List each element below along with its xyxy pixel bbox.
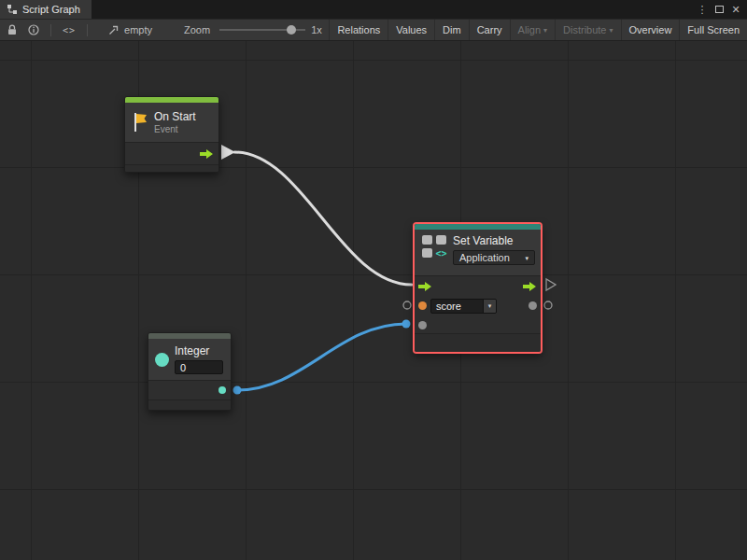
node-on-start[interactable]: On Start Event	[124, 96, 219, 173]
close-icon[interactable]: ✕	[728, 1, 743, 18]
code-icon: <>	[435, 248, 446, 259]
lock-icon[interactable]	[7, 24, 17, 35]
values-button[interactable]: Values	[388, 20, 434, 40]
node-footer	[125, 165, 218, 172]
maximize-icon[interactable]	[712, 1, 726, 18]
graph-toolbar: <> empty Zoom 1x Relations Values Dim Ca…	[0, 19, 747, 41]
unity-script-graph-window: Script Graph ⋮ ✕ <>	[0, 0, 747, 560]
control-connection[interactable]	[234, 152, 412, 285]
dim-button[interactable]: Dim	[434, 20, 469, 40]
value-output-port[interactable]	[529, 301, 537, 310]
value-port-row	[415, 315, 541, 335]
toolbar-separator	[50, 24, 51, 36]
scope-value: Application	[459, 252, 510, 263]
node-set-variable[interactable]: <> Set Variable Application ▾	[414, 223, 542, 353]
align-label: Align	[518, 24, 541, 35]
zoom-slider-handle[interactable]	[287, 25, 296, 35]
distribute-label: Distribute	[563, 24, 606, 35]
control-output-port[interactable]	[523, 281, 537, 292]
maximize-glyph	[715, 6, 724, 13]
toolbar-left-group: <>	[0, 24, 88, 36]
fullscreen-button[interactable]: Full Screen	[679, 20, 747, 40]
titlebar: Script Graph ⋮ ✕	[0, 0, 747, 19]
distribute-button[interactable]: Distribute ▾	[555, 20, 620, 40]
zoom-slider[interactable]	[219, 24, 305, 35]
node-footer	[415, 334, 541, 352]
integer-value-field[interactable]: 0	[175, 360, 223, 374]
carry-button[interactable]: Carry	[469, 20, 510, 40]
node-integer[interactable]: Integer 0	[148, 332, 232, 411]
node-title-block: Integer 0	[175, 344, 223, 374]
control-output-socket[interactable]	[546, 279, 556, 290]
variable-cube-icon	[422, 235, 432, 245]
dropdown-arrow-icon: ▾	[525, 255, 529, 262]
window-controls: ⋮ ✕	[695, 0, 747, 19]
variable-name-value: score	[431, 301, 483, 312]
tab-title: Script Graph	[22, 4, 80, 15]
dropdown-arrow-icon: ▾	[543, 26, 547, 35]
align-button[interactable]: Align ▾	[510, 20, 555, 40]
zoom-value: 1x	[311, 24, 322, 35]
value-input-port[interactable]	[418, 321, 427, 329]
pointer-label: empty	[124, 24, 152, 35]
variable-name-field[interactable]: score ▾	[430, 299, 497, 314]
value-connection-end-dot	[402, 320, 411, 329]
node-subtitle: Event	[154, 124, 196, 134]
control-port-row	[415, 276, 541, 296]
graph-canvas[interactable]: On Start Event <>	[0, 41, 747, 560]
overview-button[interactable]: Overview	[621, 20, 680, 40]
zoom-label: Zoom	[184, 24, 210, 35]
node-footer	[148, 400, 231, 410]
integer-output-port[interactable]	[218, 386, 226, 394]
wires-layer	[0, 41, 747, 560]
value-output-socket[interactable]	[544, 301, 552, 309]
name-input-port[interactable]	[418, 301, 427, 310]
value-connection-start-dot	[233, 386, 242, 395]
variable-scope-dropdown[interactable]: Application ▾	[453, 250, 535, 265]
dropdown-arrow-icon: ▾	[610, 26, 613, 35]
variable-cube-icon	[436, 235, 446, 245]
value-connection[interactable]	[237, 324, 406, 390]
integer-icon	[155, 353, 169, 367]
name-input-socket[interactable]	[403, 301, 411, 309]
node-title-block: Set Variable Application ▾	[453, 234, 535, 265]
cursor-icon	[108, 24, 120, 35]
set-variable-icon: <>	[421, 234, 447, 259]
integer-value: 0	[180, 362, 186, 373]
toolbar-buttons: Relations Values Dim Carry Align ▾ Distr…	[329, 20, 747, 40]
variable-cube-icon	[422, 248, 432, 258]
info-icon[interactable]	[28, 24, 39, 35]
window-menu-icon[interactable]: ⋮	[695, 1, 710, 18]
tab-script-graph[interactable]: Script Graph	[0, 0, 92, 19]
relations-button[interactable]: Relations	[329, 20, 388, 40]
name-port-row: score ▾	[415, 296, 541, 315]
toolbar-separator	[87, 24, 88, 36]
code-view-icon[interactable]: <>	[63, 25, 76, 35]
node-title-block: On Start Event	[154, 110, 196, 134]
graph-icon	[7, 4, 18, 15]
control-input-port[interactable]	[418, 281, 432, 292]
flag-icon	[132, 111, 148, 133]
variable-name-dropdown[interactable]: ▾	[483, 300, 496, 313]
node-title: Set Variable	[453, 234, 535, 247]
node-title: On Start	[154, 110, 196, 123]
node-title: Integer	[175, 344, 223, 357]
control-output-port[interactable]	[200, 148, 214, 160]
graph-pointer-breadcrumb[interactable]: empty	[108, 24, 152, 35]
